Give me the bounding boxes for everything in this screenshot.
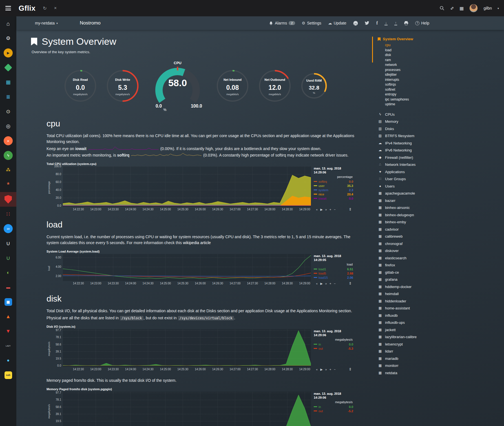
chart-plot-pgpgio[interactable] <box>63 392 311 426</box>
chart-play-button[interactable]: ▶ <box>320 282 322 285</box>
nav-item-apacheguacamole[interactable]: ▦apacheguacamole <box>378 190 504 197</box>
nav-item-cpus[interactable]: ϟCPUs <box>378 111 504 118</box>
legend-item-user[interactable]: user35.3 <box>314 184 353 188</box>
nav-item-cadvisor[interactable]: ▦cadvisor <box>378 226 504 233</box>
sidebar-app-down-arrow-app[interactable]: ▼ <box>0 324 16 338</box>
nav-item-ram[interactable]: ram <box>378 58 504 63</box>
nav-item-monitorr[interactable]: ▦monitorr <box>378 362 504 369</box>
sidebar-app-circle-app[interactable]: ◎ <box>0 119 16 133</box>
chart-plot-disk[interactable] <box>63 329 311 367</box>
chart-resize-handle[interactable]: ⇕ <box>349 367 352 371</box>
chart-zoom-out-button[interactable]: − <box>334 282 335 285</box>
nav-item-influxdb[interactable]: ▦influxdb <box>378 312 504 319</box>
brand[interactable]: Gflix <box>19 4 36 13</box>
nav-item-interrupts[interactable]: interrupts <box>378 77 504 82</box>
chart-zoom-out-button[interactable]: − <box>334 208 335 211</box>
nav-item-grafana[interactable]: ▦grafana <box>378 276 504 283</box>
legend-item-system[interactable]: system2.3 <box>314 188 353 192</box>
sidebar-app-dots-app[interactable]: ∷ <box>0 207 16 221</box>
nav-item-btrfs-filesystem[interactable]: ▧BTRFS filesystem <box>378 132 504 140</box>
update-button[interactable]: ☁ Update <box>328 21 346 25</box>
avatar[interactable] <box>469 4 478 12</box>
close-icon[interactable]: × <box>54 6 57 11</box>
nav-item-disks[interactable]: ▥Disks <box>378 125 504 133</box>
nav-item-chronograf[interactable]: ▦chronograf <box>378 240 504 247</box>
nav-item-entropy[interactable]: entropy <box>378 92 504 97</box>
legend-item-out[interactable]: out-5.3 <box>314 346 353 351</box>
nav-item-user-groups[interactable]: ∷User Groups <box>378 175 504 183</box>
nav-item-binhex-delugevpn[interactable]: ▦binhex-delugevpn <box>378 211 504 219</box>
nav-item-binhex-airsonic[interactable]: ▦binhex-airsonic <box>378 204 504 211</box>
nav-item-mariadb[interactable]: ▦mariadb <box>378 355 504 362</box>
chart-plot-load[interactable] <box>63 254 311 281</box>
print-icon[interactable] <box>404 21 408 25</box>
legend-item-load15[interactable]: load152.06 <box>314 275 353 280</box>
nav-item-applications[interactable]: ♥Applications <box>378 168 504 176</box>
legend-item-load5[interactable]: load52.68 <box>314 271 353 275</box>
sidebar-app-pills-app[interactable]: ▬ <box>0 280 16 295</box>
sidebar-app-home[interactable]: ⌂ <box>0 16 16 31</box>
chart-zoom-in-button[interactable]: + <box>330 368 331 371</box>
chart-play-button[interactable]: ▶ <box>320 208 322 211</box>
nav-item-processes[interactable]: processes <box>378 68 504 73</box>
sidebar-app-container-app[interactable]: ▦ <box>0 75 16 90</box>
sidebar-app-sabnzbd[interactable]: sab <box>0 368 16 382</box>
nav-item-firewall-netfilter[interactable]: ◆Firewall (netfilter) <box>378 154 504 161</box>
search-icon[interactable] <box>439 6 445 11</box>
sidebar-app-settings[interactable]: ⚙ <box>0 31 16 46</box>
username[interactable]: gilbn <box>483 6 492 10</box>
github-icon[interactable] <box>353 21 358 26</box>
nav-item-gitlab-ce[interactable]: ▦gitlab-ce <box>378 269 504 276</box>
nav-item-diskover[interactable]: ▦diskover <box>378 247 504 255</box>
chart-zoom-in-button[interactable]: + <box>330 208 331 211</box>
sidebar-app-sync-app[interactable]: ∞ <box>0 221 16 236</box>
menu-icon[interactable] <box>0 0 16 16</box>
sidebar-app-bolt-app[interactable]: ϟ <box>0 148 16 163</box>
nav-item-load[interactable]: load <box>378 48 504 53</box>
facebook-icon[interactable]: f <box>376 21 378 26</box>
chart-zoom-out-button[interactable]: − <box>334 368 335 371</box>
nav-item-home-assistant[interactable]: ▦home-assistant <box>378 305 504 312</box>
user-menu-caret-icon[interactable]: ▾ <box>498 7 499 10</box>
iowait-sparkline[interactable] <box>88 146 159 152</box>
chart-pan-left-button[interactable]: « <box>316 282 318 285</box>
nav-item-firefox[interactable]: ▦firefox <box>378 262 504 269</box>
sidebar-app-plex[interactable]: ▶ <box>0 46 16 60</box>
sidebar-app-window-app[interactable]: ▣ <box>0 295 16 309</box>
nav-item-ipv4-networking[interactable]: ☁IPv4 Networking <box>378 140 504 147</box>
nav-item-idlejitter[interactable]: idlejitter <box>378 72 504 77</box>
refresh-icon[interactable]: ↻ <box>43 6 47 11</box>
sidebar-app-gitlab[interactable]: ▲ <box>0 309 16 324</box>
sidebar-app-horseshoe-app[interactable]: ∪ <box>0 236 16 251</box>
download-icon[interactable]: ↓ <box>384 21 388 25</box>
nav-item-softnet[interactable]: softnet <box>378 87 504 92</box>
chart-play-button[interactable]: ▶ <box>320 368 322 371</box>
upload-icon[interactable]: ↑ <box>394 21 397 25</box>
sidebar-app-pacman-app[interactable]: ◐ <box>0 265 16 280</box>
chart-pan-left-button[interactable]: « <box>316 208 318 211</box>
nav-item-binhex-emby[interactable]: ▦binhex-emby <box>378 218 504 226</box>
sidebar-app-soundbars-app[interactable]: ≣ <box>0 90 16 104</box>
nav-item-network[interactable]: network <box>378 63 504 68</box>
tabs-icon[interactable]: ▦ <box>459 6 464 11</box>
chart-resize-handle[interactable]: ⇕ <box>349 281 352 286</box>
nav-item-bazarr[interactable]: ▦bazarr <box>378 197 504 204</box>
chart-pan-right-button[interactable]: » <box>325 208 327 211</box>
nav-item-system-overview[interactable]: System Overview <box>378 35 504 43</box>
sidebar-app-bug-app[interactable]: * <box>0 177 16 192</box>
sidebar-app-lazylibrarian[interactable]: LAZY <box>0 338 16 353</box>
legend-item-out[interactable]: out-5.2 <box>314 409 353 413</box>
settings-button[interactable]: ⚙ Settings <box>302 21 321 25</box>
nav-item-letsencrypt[interactable]: ▦letsencrypt <box>378 341 504 348</box>
legend-item-in[interactable]: in0.0 <box>314 405 353 409</box>
help-button[interactable]: ? Help <box>415 21 429 25</box>
nav-item-hiddenloader[interactable]: ▦hiddenloader <box>378 298 504 305</box>
nav-item-disk[interactable]: disk <box>378 53 504 58</box>
sidebar-app-orange-x-app[interactable]: × <box>0 133 16 148</box>
chart-resize-handle[interactable]: ⇕ <box>349 207 352 211</box>
sidebar-app-graph-app[interactable]: ⁂ <box>0 163 16 177</box>
chart-zoom-in-button[interactable]: + <box>330 282 331 285</box>
legend-item-in[interactable]: in0.0 <box>314 342 353 346</box>
chart-pan-left-button[interactable]: « <box>316 368 318 371</box>
sidebar-app-unraid-app[interactable]: ∪ <box>0 251 16 265</box>
